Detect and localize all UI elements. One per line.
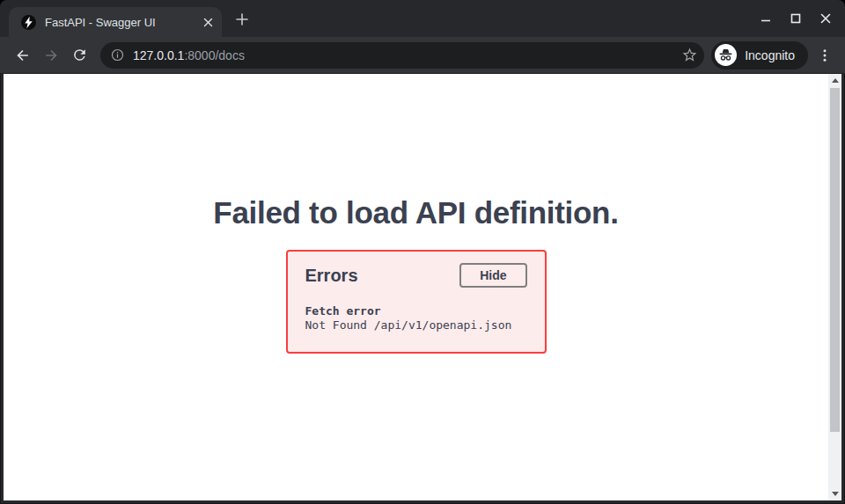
tab-close-icon[interactable] (199, 13, 217, 31)
scroll-up-icon[interactable] (828, 74, 841, 87)
forward-icon[interactable] (37, 41, 65, 69)
fastapi-favicon-icon (21, 15, 36, 30)
window-controls (753, 0, 838, 37)
url-path: :8000/docs (184, 48, 245, 62)
swagger-ui-page: Failed to load API definition. Errors Hi… (4, 74, 841, 500)
back-icon[interactable] (9, 41, 37, 69)
scroll-down-icon[interactable] (828, 487, 841, 500)
vertical-scrollbar[interactable] (828, 74, 841, 500)
errors-title: Errors (305, 266, 358, 286)
errors-panel: Errors Hide Fetch error Not Found /api/v… (286, 250, 547, 354)
maximize-icon[interactable] (783, 6, 808, 31)
url-host: 127.0.0.1 (133, 48, 184, 62)
error-type: Fetch error (305, 304, 527, 318)
minimize-icon[interactable] (753, 6, 778, 31)
reload-icon[interactable] (65, 41, 93, 69)
kebab-menu-icon[interactable] (812, 38, 838, 73)
new-tab-button[interactable] (229, 6, 255, 33)
browser-window: FastAPI - Swagger UI (0, 0, 845, 504)
bookmark-star-icon[interactable] (678, 44, 701, 67)
url-omnibox[interactable]: 127.0.0.1:8000/docs (100, 42, 704, 69)
tab-strip: FastAPI - Swagger UI (0, 0, 845, 37)
incognito-label: Incognito (745, 48, 795, 62)
close-icon[interactable] (813, 6, 838, 31)
tab-title: FastAPI - Swagger UI (45, 16, 199, 29)
page-title: Failed to load API definition. (26, 195, 806, 230)
incognito-icon (715, 44, 737, 66)
incognito-badge: Incognito (711, 41, 808, 69)
errors-header: Errors Hide (305, 263, 527, 288)
scrollbar-thumb[interactable] (830, 88, 840, 432)
browser-toolbar: 127.0.0.1:8000/docs Incognito (0, 37, 845, 74)
error-message: Not Found /api/v1/openapi.json (305, 318, 527, 332)
hide-errors-button[interactable]: Hide (459, 263, 526, 288)
error-list-item: Fetch error Not Found /api/v1/openapi.js… (305, 304, 527, 332)
site-info-icon[interactable] (110, 47, 125, 62)
url-text: 127.0.0.1:8000/docs (133, 48, 678, 62)
tab-fastapi-swagger[interactable]: FastAPI - Swagger UI (9, 7, 222, 37)
page-viewport: Failed to load API definition. Errors Hi… (4, 74, 841, 500)
